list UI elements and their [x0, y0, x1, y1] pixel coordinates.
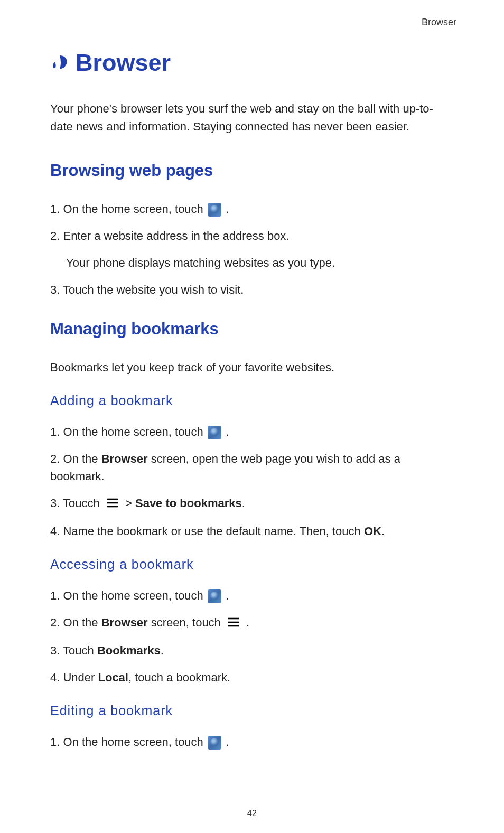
step-text: .	[222, 589, 229, 602]
menu-icon	[106, 495, 119, 513]
accessing-step-3: 3. Touch Bookmarks.	[50, 642, 454, 659]
step-text: 4. Name the bookmark or use the default …	[50, 525, 364, 538]
step-text: screen, touch	[148, 616, 224, 629]
editing-step-1: 1. On the home screen, touch .	[50, 733, 454, 751]
step-text: , touch a bookmark.	[128, 671, 230, 684]
accessing-step-2: 2. On the Browser screen, touch .	[50, 614, 454, 632]
accessing-step-4: 4. Under Local, touch a bookmark.	[50, 669, 454, 686]
browser-globe-icon	[208, 736, 221, 750]
step-bold: Browser	[101, 616, 148, 629]
adding-step-2: 2. On the Browser screen, open the web p…	[50, 450, 454, 485]
step-text: 2. On the	[50, 452, 101, 465]
step-text: 1. On the home screen, touch	[50, 425, 207, 438]
step-bold: Local	[98, 671, 128, 684]
title-row: Browser	[50, 49, 454, 77]
browser-globe-icon	[208, 203, 221, 217]
step-bold: Browser	[101, 452, 148, 465]
page-content: Browser Your phone's browser lets you su…	[0, 28, 504, 751]
step-text: .	[243, 616, 249, 629]
browsing-step-3: 3. Touch the website you wish to visit.	[50, 281, 454, 298]
menu-icon	[227, 615, 240, 632]
step-text: 1. On the home screen, touch	[50, 202, 207, 216]
step-text: 1. On the home screen, touch	[50, 589, 207, 602]
page-title: Browser	[76, 49, 171, 77]
browsing-step-1: 1. On the home screen, touch .	[50, 200, 454, 218]
intro-text: Your phone's browser lets you surf the w…	[50, 100, 454, 136]
browsing-step-2-sub: Your phone displays matching websites as…	[66, 254, 454, 272]
browser-app-icon	[50, 52, 69, 73]
step-text: 4. Under	[50, 671, 98, 684]
section-heading-managing: Managing bookmarks	[50, 320, 454, 339]
accessing-step-1: 1. On the home screen, touch .	[50, 587, 454, 604]
step-text: 3. Touch	[50, 644, 97, 657]
page-header-label: Browser	[0, 0, 504, 28]
browser-globe-icon	[208, 426, 221, 439]
step-bold: Bookmarks	[97, 644, 161, 657]
step-text: .	[242, 497, 245, 510]
browsing-steps: 1. On the home screen, touch . 2. Enter …	[50, 200, 454, 298]
subsection-heading-accessing: Accessing a bookmark	[50, 557, 454, 572]
step-text: .	[161, 644, 164, 657]
adding-step-3: 3. Toucch > Save to bookmarks.	[50, 494, 454, 513]
browser-globe-icon	[208, 589, 221, 603]
step-text: 2. On the	[50, 616, 101, 629]
step-bold: Save to bookmarks	[135, 497, 242, 510]
browsing-step-2: 2. Enter a website address in the addres…	[50, 227, 454, 245]
subsection-heading-adding: Adding a bookmark	[50, 393, 454, 408]
managing-intro: Bookmarks let you keep track of your fav…	[50, 359, 454, 376]
page-number: 42	[0, 809, 504, 818]
section-heading-browsing: Browsing web pages	[50, 161, 454, 180]
subsection-heading-editing: Editing a bookmark	[50, 703, 454, 718]
step-text: .	[222, 202, 229, 216]
step-text: >	[122, 497, 135, 510]
adding-step-1: 1. On the home screen, touch .	[50, 423, 454, 441]
step-text: 1. On the home screen, touch	[50, 735, 207, 748]
adding-step-4: 4. Name the bookmark or use the default …	[50, 522, 454, 540]
step-bold: OK	[364, 525, 381, 538]
step-text: .	[381, 525, 385, 538]
step-text: .	[222, 735, 229, 748]
step-text: .	[222, 425, 229, 438]
step-text: 3. Toucch	[50, 497, 103, 510]
